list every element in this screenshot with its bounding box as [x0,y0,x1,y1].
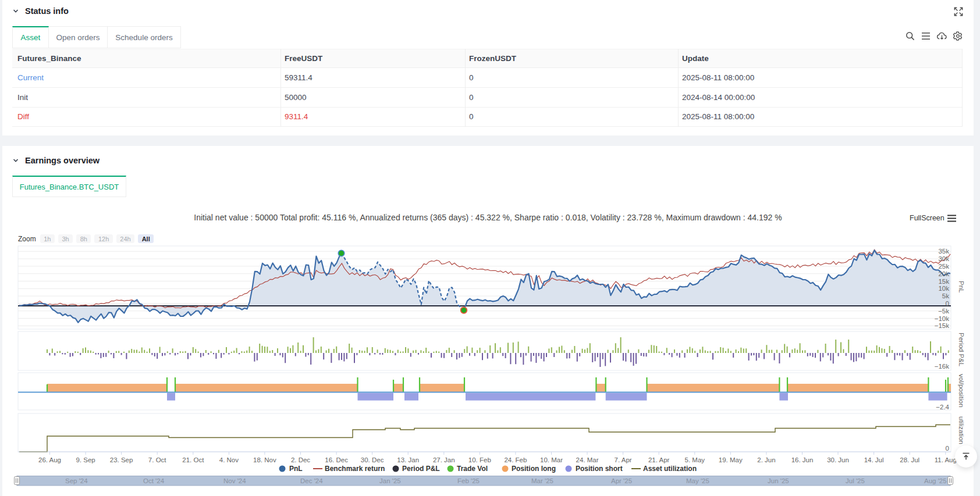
svg-text:PnL: PnL [289,465,303,473]
svg-text:May '25: May '25 [686,477,709,484]
svg-text:−2.4: −2.4 [936,404,949,411]
svg-text:7. Apr: 7. Apr [615,456,632,463]
svg-text:Dec '24: Dec '24 [300,477,323,484]
svg-text:vol/position: vol/position [958,374,965,408]
svg-text:−10k: −10k [935,315,950,322]
svg-text:Period P&L: Period P&L [402,465,440,473]
svg-text:25k: 25k [938,263,949,270]
svg-text:5. May: 5. May [685,456,705,463]
svg-text:19. May: 19. May [719,456,743,463]
svg-text:14. Jul: 14. Jul [864,456,884,463]
svg-text:Trade Vol: Trade Vol [457,465,488,473]
svg-text:Apr '25: Apr '25 [611,477,632,484]
svg-text:30k: 30k [938,255,949,262]
svg-text:15k: 15k [938,278,949,285]
svg-text:0: 0 [946,445,949,452]
svg-text:24. Mar: 24. Mar [576,456,599,463]
svg-text:2. Dec: 2. Dec [291,456,310,463]
svg-text:Mar '25: Mar '25 [531,477,553,484]
svg-text:18. Nov: 18. Nov [253,456,276,463]
svg-text:Benchmark return: Benchmark return [325,465,385,473]
svg-text:utilization: utilization [958,416,965,444]
svg-text:5k: 5k [942,292,949,299]
svg-text:−16k: −16k [935,363,950,370]
svg-text:Nov '24: Nov '24 [223,477,246,484]
svg-text:30. Dec: 30. Dec [361,456,384,463]
svg-text:10. Feb: 10. Feb [468,456,491,463]
svg-text:23. Sep: 23. Sep [110,456,133,463]
svg-text:Sep '24: Sep '24 [65,477,88,484]
svg-text:10k: 10k [938,285,949,292]
svg-text:27. Jan: 27. Jan [433,456,455,463]
svg-text:21. Apr: 21. Apr [648,456,670,463]
svg-text:30. Jun: 30. Jun [827,456,849,463]
svg-text:−5k: −5k [938,308,949,315]
svg-text:20k: 20k [938,270,949,277]
svg-text:PnL: PnL [958,281,965,293]
svg-text:Aug '25: Aug '25 [924,477,947,484]
svg-text:16. Jun: 16. Jun [791,456,814,463]
svg-text:Position long: Position long [512,465,556,473]
svg-text:0: 0 [946,300,949,307]
svg-text:24. Feb: 24. Feb [504,456,527,463]
svg-text:Position short: Position short [576,465,623,473]
svg-text:26. Aug: 26. Aug [38,456,61,463]
svg-text:−15k: −15k [935,322,950,329]
svg-text:Jan '25: Jan '25 [379,477,401,484]
svg-text:Oct '24: Oct '24 [143,477,165,484]
svg-text:Jul '25: Jul '25 [846,477,865,484]
svg-text:11. Aug: 11. Aug [935,456,957,463]
svg-text:9. Sep: 9. Sep [76,456,95,463]
svg-text:10. Mar: 10. Mar [540,456,563,463]
svg-text:4. Nov: 4. Nov [219,456,239,463]
svg-text:Feb '25: Feb '25 [457,477,480,484]
svg-text:13. Jan: 13. Jan [397,456,419,463]
svg-text:2. Jun: 2. Jun [757,456,775,463]
svg-text:28. Jul: 28. Jul [900,456,919,463]
svg-text:7. Oct: 7. Oct [148,456,166,463]
svg-text:Period P&L: Period P&L [958,333,965,367]
svg-text:21. Oct: 21. Oct [182,456,204,463]
svg-text:16. Dec: 16. Dec [325,456,348,463]
svg-text:Asset utilization: Asset utilization [643,465,697,473]
svg-text:35k: 35k [938,248,949,255]
svg-text:Jun '25: Jun '25 [768,477,789,484]
